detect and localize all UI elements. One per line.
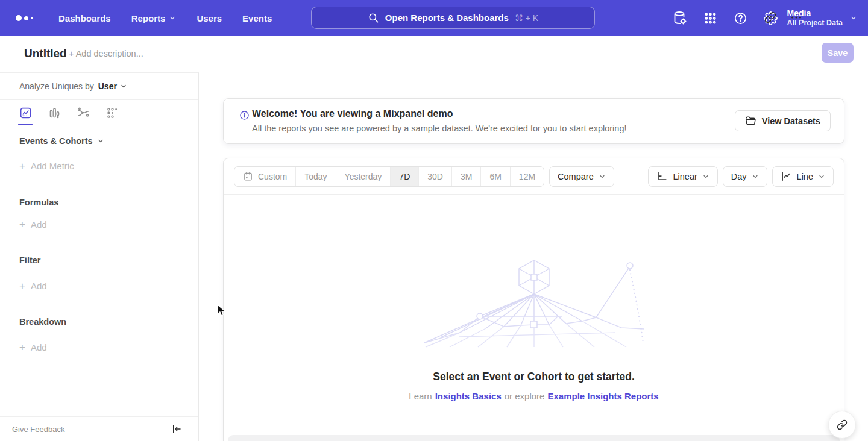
plus-icon: + [19,343,25,352]
top-navigation-bar: Dashboards Reports Users Events Open Rep… [0,0,868,36]
tab-flow[interactable] [76,101,90,125]
info-icon [239,110,250,120]
chevron-down-icon [120,83,127,90]
interval-dropdown[interactable]: Day [723,166,767,187]
range-today[interactable]: Today [296,167,336,186]
nav-reports[interactable]: Reports [121,8,187,28]
add-breakdown-button[interactable]: + Add [19,342,47,352]
report-header-bar: Untitled + Add description... [0,36,868,72]
mixpanel-logo-icon[interactable] [16,15,40,21]
more-options-icon[interactable] [789,10,804,25]
chevron-down-icon [169,14,176,22]
folder-icon [745,115,756,127]
collapse-sidebar-icon[interactable] [171,424,182,434]
save-button[interactable]: Save [822,43,854,63]
search-shortcut: ⌘ + K [515,13,538,23]
top-icons [673,0,778,36]
plus-icon: + [19,220,25,229]
give-feedback-link[interactable]: Give Feedback [12,425,64,434]
view-datasets-button[interactable]: View Datasets [735,110,831,131]
range-3m[interactable]: 3M [452,167,481,186]
example-insights-reports-link[interactable]: Example Insights Reports [547,391,658,401]
range-7d[interactable]: 7D [391,167,419,186]
data-governance-icon[interactable] [673,11,687,25]
link-icon [837,419,848,430]
section-events-cohorts[interactable]: Events & Cohorts [19,136,104,146]
line-chart-icon [781,170,792,182]
range-yesterday[interactable]: Yesterday [336,167,391,186]
nav-users[interactable]: Users [186,8,232,28]
linear-axis-icon [656,170,668,182]
date-range-segmented-control: Custom Today Yesterday 7D 30D 3M 6M 12M [234,166,544,187]
add-formula-button[interactable]: + Add [19,219,47,230]
range-6m[interactable]: 6M [481,167,510,186]
search-icon [368,12,379,23]
analyze-value-dropdown[interactable]: User [98,81,127,91]
chevron-down-icon [752,173,759,180]
chevron-down-icon [702,173,709,180]
report-title[interactable]: Untitled [24,47,67,60]
primary-nav: Dashboards Reports Users Events [48,8,282,28]
help-icon[interactable] [733,11,747,25]
apps-grid-icon[interactable] [703,11,717,25]
global-search[interactable]: Open Reports & Dashboards ⌘ + K [311,7,595,29]
compare-dropdown[interactable]: Compare [549,166,614,187]
chart-display-controls: Linear Day Line [648,166,834,187]
range-12m[interactable]: 12M [511,167,544,186]
nav-events[interactable]: Events [232,8,282,28]
range-30d[interactable]: 30D [419,167,452,186]
empty-state-illustration [423,257,647,348]
empty-state-title: Select an Event or Cohort to get started… [224,371,844,383]
results-table-peek [228,435,840,441]
section-filter: Filter [19,255,40,265]
query-builder-sidebar: Analyze Uniques by User Events & Cohorts… [0,72,199,441]
search-label: Open Reports & Dashboards [385,13,509,23]
chevron-down-icon [818,173,825,180]
scale-dropdown[interactable]: Linear [648,166,717,187]
banner-title: Welcome! You are viewing a Mixpanel demo [252,108,453,119]
copy-link-icon[interactable] [763,10,778,25]
tab-bar-chart[interactable] [47,101,61,125]
chevron-down-icon [599,173,606,180]
empty-state-subtitle: Learn Insights Basics or explore Example… [224,391,844,401]
insights-basics-link[interactable]: Insights Basics [435,391,502,401]
add-filter-button[interactable]: + Add [19,281,47,291]
analyze-uniques-row: Analyze Uniques by User [0,73,198,100]
section-formulas: Formulas [19,198,58,207]
range-custom[interactable]: Custom [234,167,296,186]
report-toolbar: Custom Today Yesterday 7D 30D 3M 6M 12M … [224,158,844,195]
chart-type-tabs [0,101,198,125]
sidebar-footer: Give Feedback [0,416,198,441]
analyze-label: Analyze Uniques by [19,81,94,91]
welcome-banner: Welcome! You are viewing a Mixpanel demo… [223,98,844,144]
mixpanel-insights-page: Dashboards Reports Users Events Open Rep… [0,0,868,441]
banner-subtitle: All the reports you see are powered by a… [252,124,627,133]
calendar-icon [243,171,253,181]
chevron-down-icon [850,14,857,22]
nav-dashboards[interactable]: Dashboards [48,8,121,28]
chevron-down-icon [97,137,104,145]
section-breakdown: Breakdown [19,317,66,327]
share-link-fab[interactable] [828,411,856,439]
plus-icon: + [19,161,25,170]
plus-icon: + [19,281,25,290]
insights-report-card: Custom Today Yesterday 7D 30D 3M 6M 12M … [223,158,844,441]
tab-retention-grid[interactable] [105,101,119,125]
add-description-field[interactable]: + Add description... [69,49,143,58]
add-metric-button[interactable]: + Add Metric [19,161,74,171]
tab-insights-line[interactable] [18,101,33,125]
chart-type-dropdown[interactable]: Line [772,166,834,187]
